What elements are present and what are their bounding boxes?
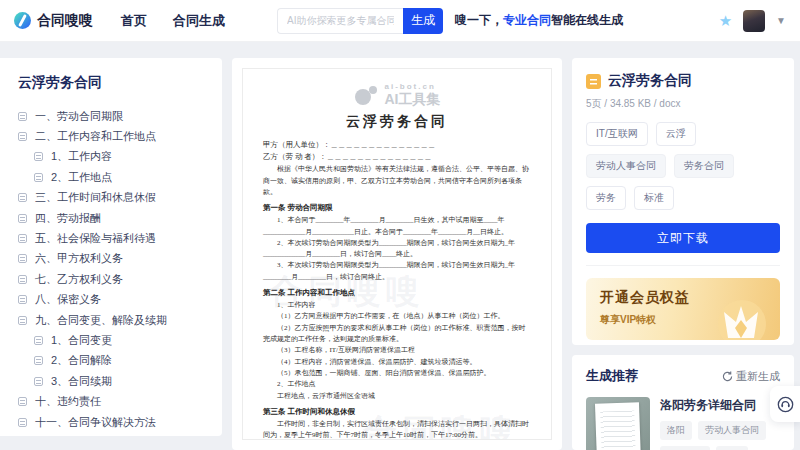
toc-subitem[interactable]: 1、工作内容: [18, 147, 204, 167]
divider: [586, 265, 780, 266]
toc-subitem[interactable]: 3、合同续期: [18, 371, 204, 391]
tag-chip: 劳务: [716, 446, 748, 450]
recommend-title: 生成推荐: [586, 367, 638, 385]
section-icon: [34, 336, 43, 345]
contract-info-card: 云浮劳务合同 5页 / 34.85 KB / docx IT/互联网 云浮 劳动…: [572, 58, 794, 345]
favorite-star-icon[interactable]: ★: [719, 13, 732, 28]
toc-item[interactable]: 六、甲方权利义务: [18, 249, 204, 269]
refresh-icon: [722, 371, 733, 382]
generate-button[interactable]: 生成: [403, 8, 443, 34]
doc-paragraph: 2、本次续订劳动合同期限类型为________期限合同，续订合同生效日期为_年_…: [263, 238, 531, 261]
slogan-prefix: 嗖一下，: [455, 13, 503, 27]
doc-paragraph: 2、工作地点: [263, 379, 531, 390]
page: 合同嗖嗖 首页 合同生成 生成 嗖一下，专业合同智能在线生成 ★ ▼ 云浮劳务合…: [0, 0, 800, 450]
toc-item[interactable]: 十二、劳动保护、劳动条件和职业危害防护: [18, 432, 204, 436]
section-icon: [18, 112, 27, 121]
customer-service-icon: [777, 396, 794, 413]
section-icon: [18, 275, 27, 284]
recommend-item[interactable]: 洛阳劳务详细合同 洛阳 劳动人事合同 劳务合同 劳务 详细: [586, 397, 780, 450]
doc-paragraph: （4）工程内容，消防管道保温、保温层防护、建筑垃圾清运等。: [263, 357, 531, 368]
doc-paragraph: 1、本合同于________年________月________日生效，其中试用…: [263, 215, 531, 238]
section-icon: [18, 214, 27, 223]
chevron-down-icon[interactable]: ▼: [776, 15, 786, 26]
toc-item[interactable]: 七、乙方权利义务: [18, 269, 204, 289]
toc-subitem[interactable]: 2、合同解除: [18, 351, 204, 371]
header-right: ★ ▼: [719, 10, 786, 32]
document-preview-panel: 合同嗖嗖 合同嗖嗖 ai-bot.cn AI工具集 云浮劳务合同 甲方（用人单位…: [232, 58, 562, 450]
tag-chip[interactable]: IT/互联网: [586, 122, 648, 146]
search-input[interactable]: [277, 8, 403, 34]
party-b-line: 乙方（劳 动 者）：＿＿＿＿＿＿＿＿＿＿＿＿＿＿: [263, 152, 531, 162]
customer-service-button[interactable]: [770, 386, 800, 422]
doc-paragraph: （5）承包范围，一期商铺、屋面、阳台消防管道保温、保温层防护。: [263, 368, 531, 379]
section-icon: [34, 152, 43, 161]
section-icon: [18, 234, 27, 243]
tag-chip[interactable]: 云浮: [656, 122, 696, 146]
tag-chip[interactable]: 劳务合同: [674, 154, 734, 178]
section-icon: [18, 193, 27, 202]
slogan: 嗖一下，专业合同智能在线生成: [455, 12, 623, 29]
toc-sidebar: 云浮劳务合同 一、劳动合同期限 二、工作内容和工作地点 1、工作内容 2、工作地…: [0, 58, 222, 436]
nav-contract-generate[interactable]: 合同生成: [173, 12, 225, 30]
doc-paragraph: （3）工程名称，IT/互联网消防管道保温工程: [263, 345, 531, 356]
section-icon: [18, 254, 27, 263]
vip-banner[interactable]: 开通会员权益 尊享VIP特权: [586, 278, 780, 340]
toc-item[interactable]: 四、劳动报酬: [18, 208, 204, 228]
document-title: 云浮劳务合同: [263, 113, 531, 131]
section-icon: [18, 397, 27, 406]
slogan-highlight: 专业合同: [503, 13, 551, 27]
doc-paragraph: 工作时间，非全日制，实行区域责任承包制，清扫保洁实行一日两扫，具体清扫时间为，夏…: [263, 419, 531, 440]
party-a-line: 甲方（用人单位）：＿＿＿＿＿＿＿＿＿＿＿＿＿＿: [263, 140, 531, 150]
tag-chip: 劳动人事合同: [698, 421, 766, 440]
doc-paragraph: 1、工作内容: [263, 300, 531, 311]
section-icon: [34, 377, 43, 386]
toc-item[interactable]: 十一、合同争议解决方法: [18, 412, 204, 432]
toc-item[interactable]: 一、劳动合同期限: [18, 106, 204, 126]
tag-chip[interactable]: 标准: [634, 186, 674, 210]
search-bar: 生成: [277, 8, 443, 34]
logo[interactable]: 合同嗖嗖: [14, 12, 93, 30]
tag-chip[interactable]: 劳动人事合同: [586, 154, 666, 178]
contract-title: 云浮劳务合同: [608, 72, 692, 90]
slogan-suffix: 智能在线生成: [551, 13, 623, 27]
tag-chip: 劳务合同: [660, 446, 710, 450]
download-button[interactable]: 立即下载: [586, 223, 780, 253]
toc-item[interactable]: 二、工作内容和工作地点: [18, 126, 204, 146]
toc-subitem[interactable]: 1、合同变更: [18, 330, 204, 350]
logo-text: 合同嗖嗖: [37, 12, 93, 30]
doc-heading: 第二条 工作内容和工作地点: [263, 288, 531, 298]
aibot-logo-icon: [354, 84, 378, 106]
user-avatar[interactable]: [743, 10, 765, 32]
provider-watermark: ai-bot.cn AI工具集: [263, 83, 531, 107]
toc-item[interactable]: 八、保密义务: [18, 290, 204, 310]
toc-item[interactable]: 十、违约责任: [18, 391, 204, 411]
doc-paragraph: 工程地点，云浮市通州区金语城: [263, 391, 531, 402]
document-intro: 根据《中华人民共和国劳动法》等有关法律法规，遵循合法、公平、平等自愿、协商一致、…: [263, 164, 531, 198]
crown-icon: [712, 294, 770, 340]
doc-heading: 第三条 工作时间和休息休假: [263, 407, 531, 417]
logo-icon: [14, 12, 31, 29]
watermark-name: AI工具集: [385, 92, 441, 107]
toc-item[interactable]: 九、合同变更、解除及续期: [18, 310, 204, 330]
section-icon: [18, 316, 27, 325]
toc-title: 云浮劳务合同: [18, 74, 204, 92]
doc-heading: 第一条 劳动合同期限: [263, 203, 531, 213]
top-navbar: 合同嗖嗖 首页 合同生成 生成 嗖一下，专业合同智能在线生成 ★ ▼: [0, 0, 800, 42]
toc-item[interactable]: 五、社会保险与福利待遇: [18, 228, 204, 248]
regenerate-button[interactable]: 重新生成: [722, 369, 780, 384]
section-icon: [18, 132, 27, 141]
section-icon: [18, 418, 27, 427]
toc-subitem[interactable]: 2、工作地点: [18, 167, 204, 187]
nav-home[interactable]: 首页: [121, 12, 147, 30]
tag-chip: 洛阳: [660, 421, 692, 440]
section-icon: [34, 356, 43, 365]
doc-paragraph: 3、本次续订劳动合同期限类型为________期限合同，续订合同生效日期为_年_…: [263, 260, 531, 283]
section-icon: [18, 295, 27, 304]
recommend-thumbnail: [586, 397, 650, 450]
recommend-card: 生成推荐 重新生成 洛阳劳务详细合同 洛阳 劳动人事合同 劳务合同 劳务 详细: [572, 355, 794, 450]
docx-file-icon: [586, 74, 601, 89]
section-icon: [34, 173, 43, 182]
toc-item[interactable]: 三、工作时间和休息休假: [18, 188, 204, 208]
tag-chip[interactable]: 劳务: [586, 186, 626, 210]
tag-list: IT/互联网 云浮 劳动人事合同 劳务合同 劳务 标准: [586, 122, 780, 210]
